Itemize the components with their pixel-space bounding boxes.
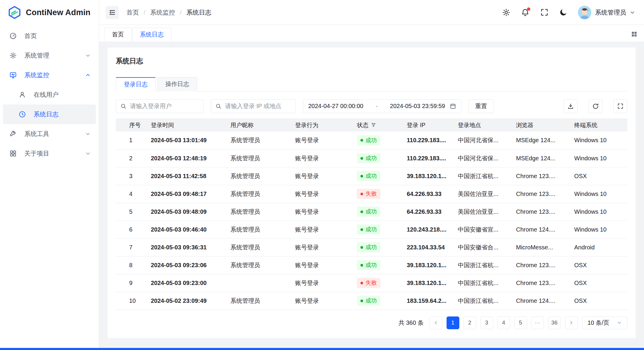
- table-fullscreen-button[interactable]: [613, 99, 627, 113]
- cell-no: 4: [116, 185, 151, 203]
- notifications-button[interactable]: [521, 8, 530, 17]
- wrench-icon: [10, 130, 17, 137]
- pagination-ellipsis[interactable]: ···: [531, 316, 544, 329]
- cell-location: 中国浙江省杭...: [458, 167, 516, 185]
- sidebar-item-system-tools[interactable]: 系统工具: [3, 124, 96, 144]
- tab-actions-grid-icon[interactable]: [631, 31, 637, 37]
- status-dot: [360, 264, 363, 267]
- table-row[interactable]: 82024-05-03 09:23:06系统管理员账号登录成功39.183.12…: [116, 256, 627, 274]
- pagination-page-4[interactable]: 4: [497, 316, 510, 329]
- table-header-row: 序号 登录时间 用户昵称 登录行为 状态: [116, 118, 627, 132]
- filter-funnel-icon[interactable]: [371, 123, 376, 127]
- date-range-picker[interactable]: 2024-04-27 00:00:00 - 2024-05-03 23:59:5…: [303, 99, 461, 113]
- user-icon: [19, 91, 26, 98]
- cell-status: 成功: [357, 238, 407, 256]
- pagination-page-1[interactable]: 1: [447, 316, 459, 329]
- clock-icon: [19, 111, 26, 118]
- cell-time: 2024-05-03 09:23:06: [151, 256, 230, 274]
- cell-browser: Chrome 123....: [516, 167, 574, 185]
- table-row[interactable]: 42024-05-03 09:48:17系统管理员账号登录失败64.226.93…: [116, 185, 627, 203]
- cell-action: 账号登录: [295, 132, 357, 149]
- cell-browser: Chrome 123....: [516, 185, 574, 203]
- chevron-down-icon: [85, 151, 91, 156]
- settings-button[interactable]: [502, 8, 511, 17]
- table-row[interactable]: 72024-05-03 09:36:31系统管理员账号登录成功223.104.3…: [116, 238, 627, 256]
- cell-browser: Chrome 123....: [516, 274, 574, 292]
- logo-icon: [8, 6, 21, 19]
- login-ip-input[interactable]: [225, 103, 291, 110]
- login-ip-search[interactable]: [211, 99, 296, 113]
- status-badge: 成功: [357, 296, 380, 306]
- app-logo: ContiNew Admin: [0, 0, 99, 25]
- breadcrumb-separator: /: [180, 9, 182, 16]
- table-row[interactable]: 102024-05-02 23:09:49系统管理员账号登录成功183.159.…: [116, 292, 627, 310]
- cell-location: 美国佐治亚亚...: [458, 203, 516, 221]
- fullscreen-button[interactable]: [540, 8, 549, 17]
- cell-nickname: 系统管理员: [230, 149, 295, 167]
- topbar: 首页 / 系统监控 / 系统日志: [99, 0, 644, 25]
- pagination-page-3[interactable]: 3: [480, 316, 493, 329]
- cell-action: 账号登录: [295, 149, 357, 167]
- cell-ip: 110.229.183....: [407, 149, 458, 167]
- cell-location: 中国河北省保...: [458, 149, 516, 167]
- dark-mode-button[interactable]: [559, 8, 568, 17]
- cell-status: 成功: [357, 292, 407, 310]
- sidebar-item-system-logs[interactable]: 系统日志: [3, 104, 96, 124]
- pagination-page-36[interactable]: 36: [548, 316, 561, 329]
- page-title: 系统日志: [116, 56, 627, 65]
- table-row[interactable]: 32024-05-03 11:42:58系统管理员账号登录成功39.183.12…: [116, 167, 627, 185]
- cell-os: OSX: [574, 167, 627, 185]
- cell-os: Windows 10: [574, 185, 627, 203]
- status-badge: 成功: [357, 224, 380, 235]
- table-row[interactable]: 22024-05-03 12:48:19系统管理员账号登录成功110.229.1…: [116, 149, 627, 167]
- reset-button[interactable]: 重置: [469, 99, 494, 113]
- cell-status: 成功: [357, 167, 407, 185]
- export-button[interactable]: [564, 99, 577, 113]
- fullscreen-icon: [540, 8, 548, 16]
- user-menu[interactable]: 系统管理员: [578, 6, 635, 19]
- calendar-icon: [450, 103, 456, 109]
- table-row[interactable]: 62024-05-03 09:46:40系统管理员账号登录成功120.243.2…: [116, 221, 627, 238]
- sidebar-item-online-users[interactable]: 在线用户: [3, 85, 96, 104]
- sidebar-item-label: 系统工具: [24, 130, 49, 138]
- sidebar-collapse-button[interactable]: [106, 6, 119, 19]
- date-range-separator: -: [363, 103, 390, 110]
- cell-action: 账号登录: [295, 292, 357, 310]
- main-content: 系统日志 登录日志 操作日志: [99, 42, 644, 348]
- status-badge: 成功: [357, 207, 380, 217]
- cell-nickname: 系统管理员: [230, 292, 295, 310]
- login-user-input[interactable]: [130, 103, 199, 110]
- sidebar-item-label: 系统日志: [34, 110, 58, 118]
- pagination-next-button[interactable]: [565, 316, 578, 329]
- sidebar-item-system-monitor[interactable]: 系统监控: [3, 65, 96, 85]
- pagination-page-5[interactable]: 5: [514, 316, 527, 329]
- pagination-page-2[interactable]: 2: [463, 316, 476, 329]
- tab-home[interactable]: 首页: [104, 28, 132, 42]
- tab-operation-logs[interactable]: 操作日志: [157, 77, 197, 91]
- sidebar-item-about-project[interactable]: 关于项目: [3, 144, 96, 163]
- sidebar-item-home[interactable]: 首页: [3, 26, 96, 46]
- gear-icon: [502, 8, 510, 17]
- refresh-button[interactable]: [588, 99, 602, 113]
- table-row[interactable]: 92024-05-03 09:23:00账号登录失败39.183.120.1..…: [116, 274, 627, 292]
- cell-time: 2024-05-03 09:48:17: [151, 185, 230, 203]
- sidebar-menu: 首页 系统管理 系统监控: [0, 25, 99, 163]
- sidebar-item-system-management[interactable]: 系统管理: [3, 46, 96, 65]
- tab-login-logs[interactable]: 登录日志: [116, 77, 156, 91]
- refresh-icon: [592, 103, 599, 110]
- cell-os: OSX: [574, 274, 627, 292]
- page-size-select[interactable]: 10 条/页: [582, 316, 627, 329]
- cell-nickname: [230, 274, 295, 292]
- table-row[interactable]: 12024-05-03 13:01:49系统管理员账号登录成功110.229.1…: [116, 132, 627, 149]
- status-badge: 失败: [357, 189, 380, 199]
- expand-icon: [617, 103, 624, 109]
- tab-system-logs[interactable]: 系统日志: [132, 28, 171, 42]
- login-user-search[interactable]: [116, 99, 204, 113]
- col-header-time: 登录时间: [151, 118, 230, 132]
- pagination-prev-button[interactable]: [430, 316, 442, 329]
- breadcrumb-item-monitor[interactable]: 系统监控: [150, 8, 175, 17]
- status-dot: [360, 175, 363, 178]
- status-dot: [360, 300, 363, 302]
- breadcrumb-item-home[interactable]: 首页: [126, 8, 139, 17]
- table-row[interactable]: 52024-05-03 09:48:09系统管理员账号登录成功64.226.93…: [116, 203, 627, 221]
